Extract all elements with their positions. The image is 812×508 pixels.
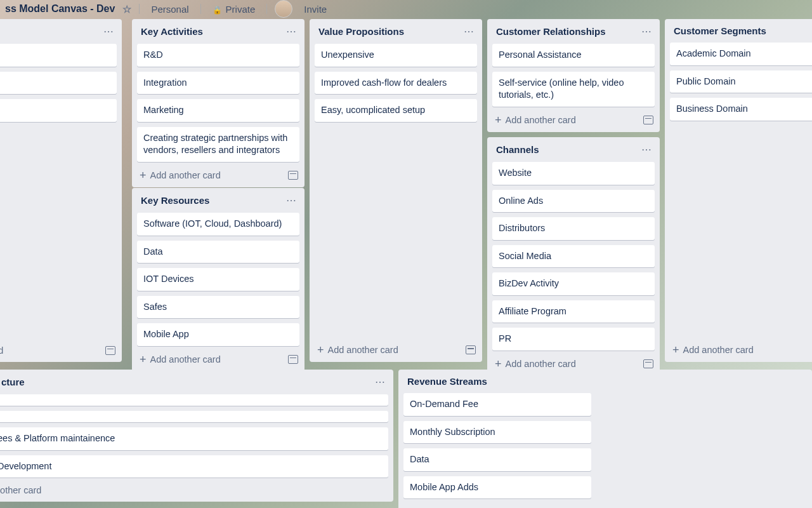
plus-icon: + bbox=[672, 344, 679, 356]
template-icon[interactable] bbox=[643, 116, 653, 124]
card[interactable]: Software (IOT, Cloud, Dashboard) bbox=[137, 213, 299, 236]
divider bbox=[200, 4, 201, 14]
card[interactable]: Unexpensive bbox=[315, 44, 477, 67]
card[interactable]: Personal Assistance bbox=[492, 44, 655, 67]
add-card-button[interactable]: +Add another card bbox=[495, 358, 576, 370]
board-title[interactable]: ss Model Canvas - Dev bbox=[5, 3, 115, 15]
list-customer-segments: Customer Segments Academic Domain Public… bbox=[665, 19, 812, 362]
add-card-button[interactable]: +Add another card bbox=[140, 170, 221, 181]
list-menu-icon[interactable]: ⋯ bbox=[464, 25, 475, 37]
card[interactable]: Affiliate Program bbox=[492, 300, 655, 323]
board-header: ss Model Canvas - Dev ☆ Personal Private… bbox=[0, 0, 812, 18]
plus-icon: + bbox=[140, 170, 147, 181]
add-card-button[interactable]: +Add another card bbox=[495, 114, 576, 126]
plus-icon: + bbox=[140, 354, 147, 365]
template-icon[interactable] bbox=[105, 346, 115, 355]
template-icon[interactable] bbox=[288, 355, 298, 364]
board-area: ers ⋯ omers rs s nother card Key Activit… bbox=[0, 18, 812, 508]
card[interactable]: On-Demand Fee bbox=[403, 393, 591, 416]
list-cost-structure: cture ⋯ ees & Platform maintainence Deve… bbox=[0, 370, 393, 502]
plus-icon: + bbox=[495, 358, 502, 370]
divider bbox=[139, 4, 140, 14]
invite-button[interactable]: Invite bbox=[300, 3, 331, 16]
star-icon[interactable]: ☆ bbox=[122, 3, 131, 15]
add-card-button[interactable]: +Add another card bbox=[140, 354, 221, 365]
template-icon[interactable] bbox=[288, 171, 298, 180]
list-revenue-streams: Revenue Streams On-Demand Fee Monthly Su… bbox=[398, 370, 812, 508]
card[interactable]: BizDev Activity bbox=[492, 272, 655, 295]
card[interactable]: Social Media bbox=[492, 245, 655, 268]
lock-icon bbox=[213, 4, 222, 15]
card[interactable]: Mobile App bbox=[137, 323, 299, 346]
list-menu-icon[interactable]: ⋯ bbox=[286, 194, 297, 206]
add-card-button[interactable]: nother card bbox=[0, 485, 41, 495]
card[interactable]: Marketing bbox=[137, 99, 299, 122]
divider bbox=[266, 4, 267, 14]
visibility-button[interactable]: Private bbox=[209, 3, 259, 16]
list-key-resources: Key Resources ⋯ Software (IOT, Cloud, Da… bbox=[132, 188, 304, 371]
list-title[interactable]: Customer Segments bbox=[674, 25, 766, 36]
plus-icon: + bbox=[495, 114, 502, 126]
card[interactable]: Website bbox=[492, 162, 655, 185]
card[interactable]: s bbox=[0, 99, 117, 122]
card[interactable]: Data bbox=[137, 241, 299, 264]
card[interactable] bbox=[0, 394, 388, 406]
card[interactable]: ees & Platform maintainence bbox=[0, 427, 388, 450]
card[interactable]: PR bbox=[492, 328, 655, 351]
card[interactable]: IOT Devices bbox=[137, 268, 299, 291]
card[interactable]: Self-service (online help, video tutoria… bbox=[492, 72, 655, 107]
list-menu-icon[interactable]: ⋯ bbox=[641, 144, 652, 156]
list-title[interactable]: cture bbox=[1, 377, 25, 387]
card[interactable]: Improved cash-flow for dealers bbox=[315, 72, 477, 95]
list-partners: ers ⋯ omers rs s nother card bbox=[0, 19, 122, 362]
card[interactable]: Safes bbox=[137, 296, 299, 319]
list-channels: Channels ⋯ Website Online Ads Distributo… bbox=[487, 137, 660, 376]
list-key-activities: Key Activities ⋯ R&D Integration Marketi… bbox=[132, 19, 304, 187]
card[interactable]: Distributors bbox=[492, 217, 655, 240]
card[interactable]: Development bbox=[0, 455, 388, 478]
list-value-propositions: Value Propositions ⋯ Unexpensive Improve… bbox=[310, 19, 482, 362]
card[interactable]: Creating strategic partnerships with ven… bbox=[137, 127, 299, 162]
card[interactable]: Data bbox=[403, 448, 591, 471]
card[interactable]: Public Domain bbox=[670, 70, 812, 93]
team-button[interactable]: Personal bbox=[147, 3, 192, 16]
card[interactable]: Mobile App Adds bbox=[403, 476, 591, 499]
list-title[interactable]: Key Activities bbox=[141, 26, 203, 37]
card[interactable]: Academic Domain bbox=[670, 43, 812, 65]
card[interactable]: rs bbox=[0, 72, 117, 95]
add-card-button[interactable]: +Add another card bbox=[672, 344, 754, 356]
card[interactable]: Business Domain bbox=[670, 98, 812, 121]
card[interactable] bbox=[0, 411, 388, 422]
card[interactable]: R&D bbox=[137, 44, 299, 67]
list-customer-relationships: Customer Relationships ⋯ Personal Assist… bbox=[487, 19, 660, 132]
add-card-button[interactable]: +Add another card bbox=[317, 344, 398, 356]
list-title[interactable]: Key Resources bbox=[141, 195, 209, 206]
plus-icon: + bbox=[317, 344, 324, 356]
list-menu-icon[interactable]: ⋯ bbox=[375, 376, 386, 388]
card[interactable]: Integration bbox=[137, 72, 299, 95]
list-menu-icon[interactable]: ⋯ bbox=[286, 25, 297, 37]
list-title[interactable]: Channels bbox=[496, 144, 539, 155]
add-card-button[interactable]: nother card bbox=[0, 345, 3, 356]
list-title[interactable]: Value Propositions bbox=[318, 26, 404, 37]
list-menu-icon[interactable]: ⋯ bbox=[641, 25, 652, 37]
list-title[interactable]: Customer Relationships bbox=[496, 26, 606, 37]
template-icon[interactable] bbox=[466, 345, 476, 354]
list-menu-icon[interactable]: ⋯ bbox=[103, 25, 114, 37]
avatar[interactable] bbox=[275, 0, 292, 18]
card[interactable]: Monthly Subscription bbox=[403, 421, 591, 444]
list-title[interactable]: Revenue Streams bbox=[407, 376, 487, 387]
card[interactable]: Easy, ucomplicated setup bbox=[315, 99, 477, 122]
template-icon[interactable] bbox=[643, 359, 653, 368]
card[interactable]: omers bbox=[0, 44, 117, 67]
card[interactable]: Online Ads bbox=[492, 190, 655, 213]
